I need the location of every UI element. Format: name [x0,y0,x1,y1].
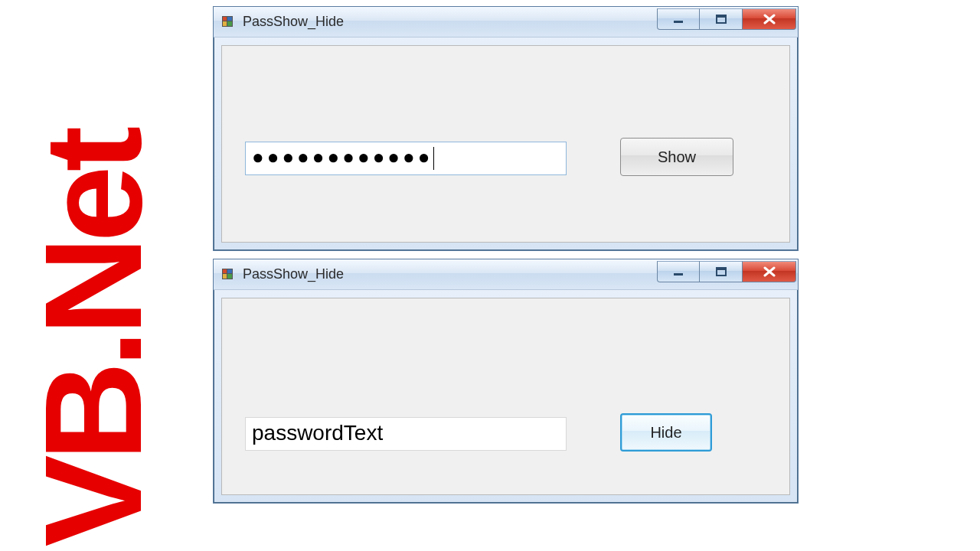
client-area: ●●●●●●●●●●●● Show [221,45,790,243]
password-masked-value: ●●●●●●●●●●●● [252,145,433,168]
form-icon [221,15,235,29]
close-icon [763,266,776,277]
close-icon [763,14,776,24]
button-label: Hide [650,424,681,442]
svg-rect-5 [717,268,726,270]
titlebar[interactable]: PassShow_Hide [214,7,798,37]
password-input[interactable]: ●●●●●●●●●●●● [245,142,567,175]
minimize-icon [672,15,684,24]
window-title: PassShow_Hide [243,266,344,282]
maximize-button[interactable] [700,261,743,282]
window-controls [657,261,796,282]
svg-rect-3 [674,273,683,276]
password-input[interactable]: passwordText [245,417,567,451]
hide-button[interactable]: Hide [620,413,712,452]
close-button[interactable] [743,8,796,30]
minimize-button[interactable] [657,261,700,282]
text-caret [433,147,434,170]
svg-rect-2 [717,15,726,18]
close-button[interactable] [743,261,796,282]
client-area: passwordText Hide [221,298,790,495]
minimize-icon [672,267,684,276]
window-passshow-plain: PassShow_Hide passwordText Hide [213,259,799,504]
maximize-button[interactable] [700,8,743,30]
form-icon [221,268,235,282]
window-title: PassShow_Hide [243,14,344,30]
maximize-icon [716,15,727,24]
svg-rect-0 [674,21,683,23]
show-button[interactable]: Show [620,138,733,176]
minimize-button[interactable] [657,8,700,30]
button-label: Show [658,148,696,166]
vbnet-label: VB.Net [14,132,172,546]
window-controls [657,8,796,30]
maximize-icon [716,267,727,276]
password-plain-value: passwordText [252,421,383,445]
titlebar[interactable]: PassShow_Hide [214,259,798,290]
window-passshow-masked: PassShow_Hide ●●●●●●●●●●●● Show [213,6,799,251]
